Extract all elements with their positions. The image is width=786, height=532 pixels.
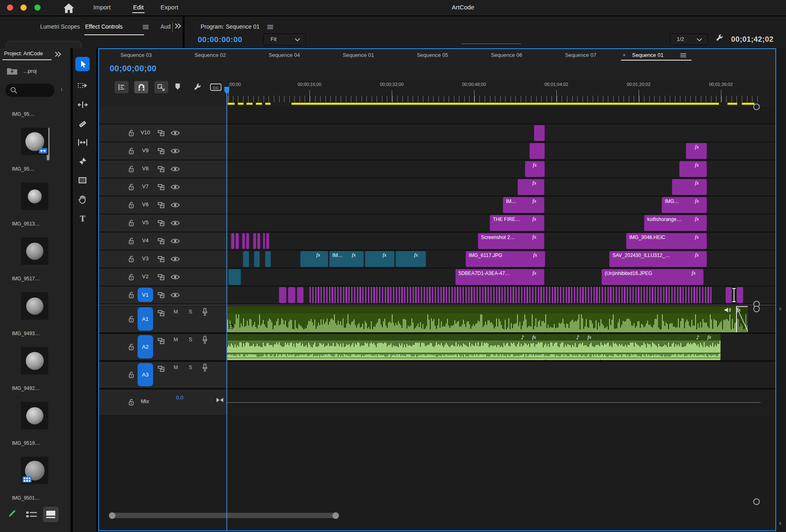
- icon-view-button[interactable]: [43, 507, 59, 522]
- program-fit-dropdown[interactable]: Fit: [263, 34, 306, 45]
- track-lock-icon[interactable]: [128, 343, 135, 351]
- track-lock-icon[interactable]: [128, 273, 135, 281]
- timeline-clip[interactable]: IM…fx: [329, 251, 364, 267]
- sync-lock-icon[interactable]: [157, 219, 165, 227]
- solo-track-button[interactable]: S: [189, 309, 192, 315]
- timeline-clip[interactable]: fx: [672, 179, 707, 195]
- project-item-thumbnail[interactable]: [21, 347, 48, 374]
- track-select-forward-tool[interactable]: [75, 78, 90, 92]
- menu-item-import[interactable]: Import: [93, 4, 111, 11]
- sync-lock-icon[interactable]: [157, 365, 165, 372]
- timeline-timecode[interactable]: 00;00;00;00: [110, 64, 156, 73]
- timeline-clip[interactable]: [242, 233, 245, 249]
- sync-lock-icon[interactable]: [157, 147, 165, 155]
- sequence-tab[interactable]: Sequence 03: [99, 49, 173, 61]
- project-item-thumbnail[interactable]: [21, 457, 48, 484]
- timeline-clip[interactable]: [534, 125, 545, 141]
- list-view-icon[interactable]: [25, 510, 38, 519]
- timeline-clip[interactable]: [228, 269, 241, 285]
- hand-tool[interactable]: [75, 192, 90, 207]
- mute-track-button[interactable]: M: [174, 309, 178, 315]
- info-icon[interactable]: i: [61, 86, 63, 92]
- project-item-thumbnail[interactable]: [21, 402, 48, 429]
- sequence-tab[interactable]: Sequence 05: [395, 49, 470, 61]
- timeline-clip[interactable]: [253, 233, 256, 249]
- timeline-settings-icon[interactable]: [193, 83, 202, 92]
- project-panel-tab[interactable]: Project: ArtCode: [4, 50, 43, 56]
- sync-lock-icon[interactable]: [157, 291, 165, 299]
- sequence-tab[interactable]: Sequence 06: [470, 49, 544, 61]
- timeline-clip[interactable]: [246, 233, 249, 249]
- timeline-clip[interactable]: [725, 287, 732, 303]
- linked-selection-icon[interactable]: [154, 81, 168, 93]
- timeline-clip[interactable]: (Un)inhibited16.JPEGfx: [601, 269, 704, 285]
- toggle-track-output-icon[interactable]: [171, 202, 180, 208]
- mix-automation-line[interactable]: [227, 402, 761, 403]
- edit-pencil-icon[interactable]: [7, 509, 17, 518]
- project-item-thumbnail[interactable]: [21, 128, 48, 155]
- pen-tool[interactable]: [75, 154, 90, 168]
- v1-clip-stripes[interactable]: [309, 287, 713, 303]
- program-panel-menu-icon[interactable]: [267, 25, 273, 29]
- panel-tab-effect-controls[interactable]: Effect Controls: [85, 23, 123, 30]
- timeline-clip[interactable]: [266, 233, 269, 249]
- slip-tool[interactable]: [75, 135, 90, 149]
- sync-lock-icon[interactable]: [157, 129, 165, 137]
- project-item[interactable]: IMG_9513…: [0, 219, 70, 229]
- program-timecode[interactable]: 00:00:00:00: [198, 35, 242, 44]
- sync-lock-icon[interactable]: [157, 309, 165, 317]
- track-lock-icon[interactable]: [128, 315, 135, 323]
- scroll-zoom-handle[interactable]: [753, 306, 760, 312]
- audio-clip[interactable]: ♪fx: [227, 334, 545, 360]
- audio-clip[interactable]: ♪fx: [601, 334, 720, 360]
- project-item[interactable]: IMG_9501…: [0, 494, 70, 503]
- timeline-clip[interactable]: fx: [395, 251, 426, 267]
- add-keyframe-icon[interactable]: [216, 397, 224, 403]
- track-lock-icon[interactable]: [128, 371, 135, 379]
- track-lock-icon[interactable]: [128, 398, 135, 406]
- captions-icon[interactable]: CC: [210, 83, 222, 92]
- timeline-clip[interactable]: fx: [365, 251, 395, 267]
- rectangle-tool[interactable]: [75, 173, 90, 187]
- toggle-track-output-icon[interactable]: [171, 148, 180, 154]
- audio-clip[interactable]: 1fx: [227, 306, 748, 332]
- solo-track-button[interactable]: S: [189, 364, 192, 370]
- mix-level-value[interactable]: 0.0: [176, 394, 183, 401]
- timeline-clip[interactable]: koifishorange…fx: [644, 215, 707, 231]
- horizontal-scrollbar-thumb[interactable]: [111, 513, 336, 518]
- sync-lock-icon[interactable]: [157, 273, 165, 281]
- search-input[interactable]: [5, 83, 55, 97]
- timeline-clip[interactable]: [279, 287, 287, 303]
- type-tool[interactable]: T: [75, 211, 90, 225]
- project-item[interactable]: IMG_9519…: [0, 439, 70, 449]
- playhead-line[interactable]: [226, 87, 227, 530]
- toggle-track-output-icon[interactable]: [171, 274, 180, 280]
- track-name[interactable]: V5: [138, 219, 153, 225]
- menu-item-export[interactable]: Export: [160, 4, 178, 11]
- timeline-clip[interactable]: [263, 233, 265, 249]
- track-lock-icon[interactable]: [128, 237, 135, 245]
- project-item[interactable]: IMG_9492…: [0, 384, 70, 394]
- project-item[interactable]: IMG_9493…: [0, 329, 70, 339]
- mute-track-button[interactable]: M: [174, 336, 178, 343]
- solo-track-button[interactable]: S: [189, 336, 192, 343]
- home-icon[interactable]: [63, 3, 75, 14]
- timeline-clip[interactable]: [529, 143, 545, 159]
- track-lane-v10[interactable]: [226, 124, 775, 142]
- timeline-clip[interactable]: 5DBEA7D1-A3EA-47…fx: [455, 269, 544, 285]
- project-item-thumbnail[interactable]: [21, 292, 48, 320]
- project-item[interactable]: IMG_95…: [0, 110, 70, 119]
- timeline-panel-menu-icon[interactable]: [680, 53, 687, 58]
- timeline-clip[interactable]: [265, 251, 271, 267]
- voiceover-record-icon[interactable]: [202, 308, 208, 316]
- timeline-clip[interactable]: SAV_202430_ILLU312_…fx: [609, 251, 707, 267]
- track-target-badge[interactable]: A1: [138, 307, 153, 331]
- track-lock-icon[interactable]: [128, 219, 135, 227]
- track-lock-icon[interactable]: [128, 183, 135, 191]
- sequence-tab[interactable]: Sequence 04: [247, 49, 321, 61]
- razor-tool[interactable]: [75, 117, 90, 131]
- track-lane-a3[interactable]: [226, 362, 775, 388]
- timeline-clip[interactable]: IMG_6117.JPGfx: [465, 251, 545, 267]
- project-item-thumbnail[interactable]: [21, 237, 48, 265]
- sync-lock-icon[interactable]: [157, 237, 165, 245]
